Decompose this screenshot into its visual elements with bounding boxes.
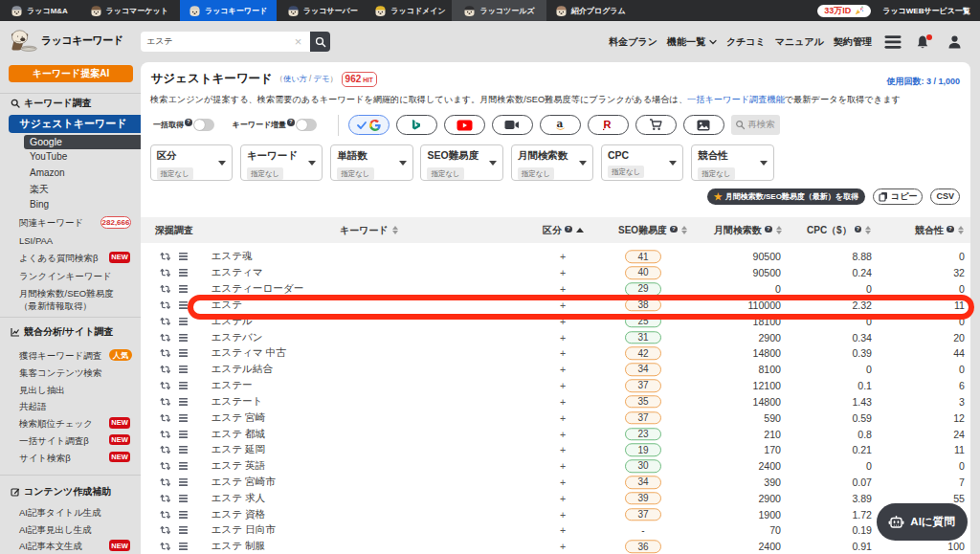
- clear-search-icon[interactable]: ×: [292, 35, 304, 48]
- col-kubun[interactable]: 区分?: [543, 217, 584, 243]
- menu-lines-icon[interactable]: [179, 285, 188, 294]
- engine-pill-google[interactable]: [348, 115, 390, 136]
- menu-lines-icon[interactable]: [179, 382, 188, 390]
- deep-research-icon[interactable]: [160, 430, 171, 438]
- menu-lines-icon[interactable]: [179, 462, 188, 471]
- col-monthly-volume[interactable]: 月間検索数?: [714, 217, 782, 243]
- sidebar-subitem-google[interactable]: Google: [24, 135, 141, 150]
- menu-lines-icon[interactable]: [179, 253, 188, 261]
- engine-pill-youtube[interactable]: [444, 115, 485, 136]
- keyword-cell[interactable]: エステル結合: [212, 363, 274, 376]
- menu-lines-icon[interactable]: [179, 317, 188, 325]
- keyword-cell[interactable]: エステ: [212, 299, 243, 312]
- csv-button[interactable]: CSV: [930, 188, 960, 205]
- topnav-tab[interactable]: ラッコキーワード: [180, 0, 277, 21]
- engine-pill-cart[interactable]: [635, 115, 677, 136]
- deep-research-icon[interactable]: [160, 317, 171, 325]
- brand[interactable]: ラッコキーワード: [9, 21, 123, 52]
- topnav-tab[interactable]: ラッコサーバー: [277, 0, 368, 21]
- keyword-proposal-ai-button[interactable]: キーワード提案AI: [9, 65, 133, 82]
- kubun-cell[interactable]: +: [549, 267, 576, 278]
- deep-research-icon[interactable]: [160, 446, 171, 454]
- filter-dropdown[interactable]: 月間検索数 指定なし: [511, 144, 593, 182]
- kubun-cell[interactable]: +: [549, 444, 576, 455]
- menu-manual[interactable]: マニュアル: [775, 35, 824, 49]
- keyword-cell[interactable]: エステバン: [212, 331, 263, 344]
- menu-lines-icon[interactable]: [179, 526, 188, 535]
- kubun-cell[interactable]: +: [549, 524, 576, 536]
- sidebar-item-suggest-keyword[interactable]: サジェストキーワード: [9, 115, 141, 133]
- sidebar-item[interactable]: LSI/PAA: [19, 234, 53, 247]
- search-input[interactable]: [141, 32, 310, 52]
- deep-research-icon[interactable]: [160, 366, 171, 374]
- menu-lines-icon[interactable]: [179, 413, 188, 422]
- deep-research-icon[interactable]: [160, 349, 171, 358]
- keyword-cell[interactable]: エステ 英語: [212, 459, 266, 473]
- sidebar-item[interactable]: ランクインキーワード: [19, 270, 112, 282]
- hamburger-menu-icon[interactable]: [884, 34, 902, 50]
- deep-research-icon[interactable]: [160, 382, 171, 390]
- help-icon[interactable]: ?: [765, 226, 772, 233]
- keyword-cell[interactable]: エステル: [212, 315, 253, 328]
- services-list-link[interactable]: ラッコWEBサービス一覧: [882, 6, 970, 16]
- col-competitiveness[interactable]: 競合性?: [915, 217, 964, 243]
- sidebar-item[interactable]: サイト検索β NEW: [19, 452, 71, 464]
- kubun-cell[interactable]: +: [549, 316, 576, 327]
- sidebar-item[interactable]: 集客コンテンツ検索: [19, 366, 102, 379]
- fetch-latest-button[interactable]: ★月間検索数/SEO難易度（最新）を取得: [707, 188, 865, 205]
- help-icon[interactable]: ?: [947, 226, 954, 233]
- menu-lines-icon[interactable]: [179, 349, 188, 358]
- menu-lines-icon[interactable]: [179, 543, 188, 551]
- sidebar-subitem-bing[interactable]: Bing: [30, 199, 49, 210]
- deep-research-icon[interactable]: [160, 413, 171, 422]
- kubun-cell[interactable]: +: [549, 493, 576, 504]
- help-icon[interactable]: ?: [670, 226, 678, 233]
- topnav-tab[interactable]: ラッコドメイン: [368, 0, 452, 21]
- col-cpc[interactable]: CPC（$）?: [807, 217, 871, 243]
- menu-reviews[interactable]: クチコミ: [726, 35, 766, 49]
- keyword-cell[interactable]: エステ魂: [212, 250, 253, 263]
- help-icon[interactable]: ?: [565, 226, 572, 233]
- menu-lines-icon[interactable]: [179, 397, 188, 406]
- col-keyword[interactable]: キーワード: [340, 217, 398, 243]
- menu-lines-icon[interactable]: [179, 269, 188, 277]
- menu-lines-icon[interactable]: [179, 333, 188, 342]
- keyword-cell[interactable]: エスティマ 中古: [212, 346, 286, 360]
- demo-link[interactable]: デモ: [314, 75, 330, 83]
- kubun-cell[interactable]: +: [549, 251, 576, 262]
- help-icon[interactable]: ?: [287, 119, 295, 126]
- sidebar-subitem-rakuten[interactable]: 楽天: [30, 183, 49, 196]
- bulk-research-link[interactable]: 一括キーワード調査機能: [687, 95, 785, 104]
- kubun-cell[interactable]: +: [549, 380, 576, 391]
- kubun-cell[interactable]: +: [549, 509, 576, 521]
- menu-contract[interactable]: 契約管理: [834, 35, 872, 49]
- menu-features[interactable]: 機能一覧: [667, 35, 717, 49]
- menu-lines-icon[interactable]: [179, 478, 188, 487]
- sidebar-item[interactable]: 月間検索数/SEO難易度 （最新情報取得）: [19, 287, 114, 299]
- menu-lines-icon[interactable]: [179, 446, 188, 454]
- engine-pill-video[interactable]: [492, 115, 533, 136]
- kubun-cell[interactable]: +: [549, 476, 576, 488]
- help-icon[interactable]: ?: [185, 119, 192, 126]
- menu-lines-icon[interactable]: [179, 430, 188, 438]
- deep-research-icon[interactable]: [160, 285, 171, 294]
- deep-research-icon[interactable]: [160, 510, 171, 519]
- kubun-cell[interactable]: +: [549, 541, 576, 552]
- sidebar-item[interactable]: 共起語: [19, 400, 47, 412]
- deep-research-icon[interactable]: [160, 526, 171, 535]
- kubun-cell[interactable]: +: [549, 332, 576, 343]
- sidebar-item[interactable]: AI記事タイトル生成: [19, 506, 101, 519]
- keyword-cell[interactable]: エスティマ: [212, 266, 263, 279]
- sidebar-item[interactable]: よくある質問検索β NEW: [19, 252, 98, 264]
- deep-research-icon[interactable]: [160, 333, 171, 342]
- filter-dropdown[interactable]: SEO難易度 指定なし: [420, 144, 502, 182]
- deep-research-icon[interactable]: [160, 462, 171, 471]
- keyword-cell[interactable]: エステ 都城: [212, 428, 266, 441]
- sidebar-item[interactable]: AI記事本文生成 NEW: [19, 540, 82, 552]
- research-button[interactable]: 再検索: [731, 115, 780, 136]
- filter-dropdown[interactable]: 競合性 指定なし: [691, 144, 773, 182]
- filter-dropdown[interactable]: 単語数 指定なし: [330, 144, 412, 182]
- kubun-cell[interactable]: +: [549, 429, 576, 440]
- filter-dropdown[interactable]: キーワード 指定なし: [240, 144, 323, 182]
- kubun-cell[interactable]: +: [549, 460, 576, 472]
